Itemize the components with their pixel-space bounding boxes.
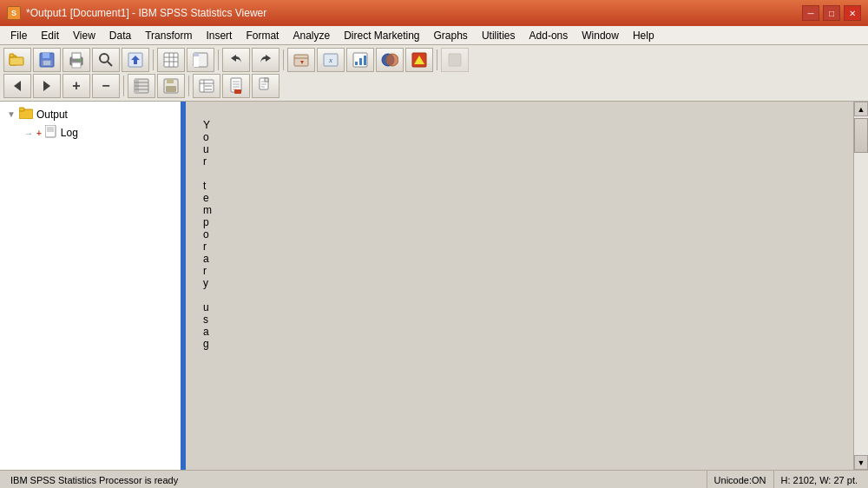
svg-rect-25 — [194, 60, 199, 63]
collapse-button[interactable]: − — [92, 74, 120, 98]
output-char-g: g — [203, 338, 836, 350]
svg-rect-8 — [43, 61, 50, 65]
save2-button[interactable] — [157, 74, 185, 98]
undo-button[interactable] — [222, 48, 250, 72]
status-unicode: Unicode:ON — [707, 471, 774, 488]
find-button[interactable] — [92, 48, 120, 72]
menu-analyze[interactable]: Analyze — [286, 28, 337, 43]
output-char-r: r — [203, 241, 836, 253]
menu-data[interactable]: Data — [102, 28, 138, 43]
svg-rect-40 — [449, 54, 461, 66]
list-view-button[interactable] — [193, 74, 220, 98]
menu-bar: File Edit View Data Transform Insert For… — [0, 26, 868, 45]
svg-rect-3 — [10, 57, 23, 65]
svg-text:+: + — [72, 78, 80, 93]
save-button[interactable] — [33, 48, 61, 72]
title-bar: S *Output1 [Document1] - IBM SPSS Statis… — [0, 0, 868, 26]
tree-expand-icon: ▼ — [7, 109, 16, 119]
output-char-r: r — [203, 155, 836, 168]
print-button[interactable] — [62, 48, 90, 72]
svg-rect-33 — [355, 62, 358, 65]
svg-marker-41 — [14, 81, 21, 91]
svg-point-13 — [100, 54, 108, 63]
output-char-u2: u — [203, 301, 836, 313]
log-label: Log — [61, 127, 78, 139]
close-button[interactable]: ✕ — [844, 5, 861, 21]
back-button[interactable] — [3, 74, 31, 98]
svg-rect-57 — [205, 89, 212, 90]
menu-addons[interactable]: Add-ons — [523, 28, 575, 43]
menu-transform[interactable]: Transform — [138, 28, 199, 43]
output-char-o: o — [203, 131, 836, 143]
svg-text:−: − — [102, 78, 109, 93]
dimension-status: H: 2102, W: 27 pt. — [781, 475, 858, 485]
output-char-space1 — [203, 168, 836, 180]
output-vertical-text: Y o u r t e m p o r a r y u s a g — [203, 119, 836, 350]
svg-rect-24 — [194, 56, 199, 60]
svg-rect-27 — [294, 55, 308, 66]
menu-edit[interactable]: Edit — [34, 28, 66, 43]
unicode-status: Unicode:ON — [714, 475, 766, 485]
restore-button[interactable]: □ — [823, 5, 840, 21]
output-wrapper: Y o u r t e m p o r a r y u s a g — [186, 102, 868, 470]
menu-utilities[interactable]: Utilities — [475, 28, 523, 43]
minimize-button[interactable]: ─ — [802, 5, 819, 21]
output-content[interactable]: Y o u r t e m p o r a r y u s a g — [186, 102, 853, 470]
page-view-button[interactable] — [222, 74, 250, 98]
menu-file[interactable]: File — [3, 28, 34, 43]
output-char-u: u — [203, 143, 836, 155]
toolbar-row-2: + − — [3, 74, 865, 98]
redo-button[interactable] — [252, 48, 279, 72]
scroll-track[interactable] — [854, 116, 868, 455]
svg-rect-35 — [364, 56, 366, 65]
forward-button[interactable] — [33, 74, 61, 98]
goto-data-button[interactable] — [287, 48, 315, 72]
menu-help[interactable]: Help — [626, 28, 661, 43]
output-char-y: y — [203, 277, 836, 289]
data-view-button[interactable] — [157, 48, 185, 72]
svg-line-14 — [108, 62, 112, 66]
menu-window[interactable]: Window — [575, 28, 626, 43]
status-dimensions: H: 2102, W: 27 pt. — [774, 471, 865, 488]
menu-insert[interactable]: Insert — [199, 28, 239, 43]
scroll-up-button[interactable]: ▲ — [854, 102, 868, 116]
scroll-down-button[interactable]: ▼ — [854, 455, 868, 470]
expand-button[interactable]: + — [62, 74, 90, 98]
menu-graphs[interactable]: Graphs — [427, 28, 475, 43]
export2-button[interactable] — [252, 74, 279, 98]
open-button[interactable] — [3, 48, 31, 72]
svg-point-37 — [386, 54, 398, 66]
output-char-t: t — [203, 180, 836, 192]
charts-button[interactable] — [346, 48, 374, 72]
svg-rect-51 — [167, 79, 174, 83]
output-mgr-button[interactable] — [405, 48, 433, 72]
svg-rect-6 — [43, 53, 49, 58]
svg-rect-26 — [194, 63, 199, 67]
variable-view-button[interactable] — [187, 48, 214, 72]
svg-rect-70 — [19, 108, 24, 111]
menu-direct-marketing[interactable]: Direct Marketing — [337, 28, 426, 43]
analyze-button[interactable] — [376, 48, 404, 72]
tree-output-item[interactable]: ▼ Output — [3, 105, 177, 123]
menu-format[interactable]: Format — [239, 28, 286, 43]
output-char-a2: a — [203, 326, 836, 338]
toolbar-sep-3 — [283, 49, 284, 70]
menu-view[interactable]: View — [66, 28, 102, 43]
tree-log-item[interactable]: → + Log — [21, 123, 177, 142]
svg-rect-23 — [194, 53, 199, 56]
status-text: IBM SPSS Statistics Processor is ready — [10, 475, 178, 485]
svg-rect-52 — [166, 86, 176, 92]
export-button[interactable] — [122, 48, 149, 72]
status-bar: IBM SPSS Statistics Processor is ready U… — [0, 470, 868, 488]
output-char-p: p — [203, 216, 836, 228]
svg-rect-63 — [234, 89, 241, 94]
toolbar-sep-1 — [153, 49, 154, 70]
scroll-thumb[interactable] — [854, 118, 868, 153]
svg-marker-42 — [43, 81, 50, 91]
output-char-m: m — [203, 204, 836, 216]
output-char-r2: r — [203, 265, 836, 277]
variables-button[interactable]: x — [317, 48, 345, 72]
panel-view-button[interactable] — [128, 74, 155, 98]
blank-button[interactable] — [441, 48, 469, 72]
toolbar-sep-6 — [188, 76, 189, 96]
